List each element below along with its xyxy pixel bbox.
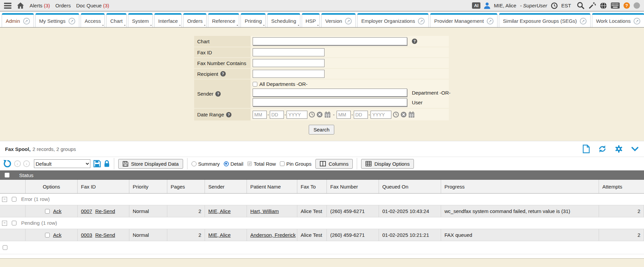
clock-icon[interactable] [551,2,558,9]
fax-id-link[interactable]: 0007 [81,208,92,214]
col-attempts[interactable]: Attempts [599,180,644,193]
fax-number-input[interactable] [253,59,325,67]
magic-wand-icon[interactable] [588,2,596,9]
reset-view-icon[interactable] [3,159,12,168]
footer-select-checkbox[interactable] [3,245,7,250]
user-name[interactable]: MIE, Alice [494,3,516,8]
group-select-checkbox[interactable] [12,221,16,225]
tab-scheduling[interactable]: Scheduling [267,13,300,27]
prev-view-icon[interactable]: ‹ [14,160,21,167]
settings-gear-icon[interactable] [615,145,623,153]
date-to-month-input[interactable] [337,111,351,119]
fax-id-link[interactable]: 0003 [81,232,92,238]
total-row-checkbox[interactable]: ✓Total Row [247,161,276,167]
tab-chart[interactable]: Chart [106,13,127,27]
ack-link[interactable]: Ack [53,208,61,214]
date-to-day-input[interactable] [354,111,368,119]
date-from-calendar-icon[interactable] [324,111,331,118]
fax-id-input[interactable] [253,48,325,56]
external-link-icon[interactable]: ↗ [345,18,352,24]
col-options[interactable]: Options [26,180,78,193]
recipient-input[interactable] [253,70,325,78]
sender-help-icon[interactable]: ? [215,91,221,97]
home-icon[interactable] [17,2,24,9]
resend-link[interactable]: Re-Send [95,232,115,238]
columns-button[interactable]: Columns [315,159,353,169]
avatar[interactable] [634,2,640,9]
external-link-icon[interactable]: ↗ [634,18,640,24]
tab-system[interactable]: System [128,13,153,27]
collapse-section-icon[interactable] [631,147,639,152]
nav-alerts[interactable]: Alerts (3) [30,3,50,8]
col-fax-to[interactable]: Fax To [297,180,327,193]
date-to-clear-icon[interactable] [400,111,407,118]
date-from-time-icon[interactable] [309,111,315,118]
save-view-icon[interactable] [93,160,101,167]
tab-provider-management[interactable]: Provider Management↗ [430,13,498,27]
tab-my-settings[interactable]: My Settings↗ [35,13,79,27]
search-icon[interactable] [577,2,585,9]
col-fax-number[interactable]: Fax Number [327,180,379,193]
date-to-calendar-icon[interactable] [408,111,415,118]
ai-badge[interactable]: AI [472,2,480,9]
detail-radio[interactable]: Detail [224,161,243,167]
date-range-help-icon[interactable]: ? [226,112,231,117]
ack-link[interactable]: Ack [53,232,61,238]
col-fax-id[interactable]: Fax ID [78,180,129,193]
date-to-time-icon[interactable] [393,111,399,118]
sender-user-input[interactable] [253,98,407,106]
tab-interface[interactable]: Interface [154,13,182,27]
date-to-year-input[interactable] [371,111,391,119]
menu-icon[interactable] [4,3,11,9]
patient-link[interactable]: Anderson, Frederick [250,232,296,238]
lock-view-icon[interactable] [104,160,110,167]
patient-link[interactable]: Hart, William [250,208,279,214]
tab-access[interactable]: Access [81,13,105,27]
chart-help-icon[interactable]: ? [412,39,417,44]
chart-input[interactable] [253,37,407,45]
tab-admin[interactable]: Admin↗ [2,13,34,27]
store-displayed-data-button[interactable]: Store Displayed Data [118,159,183,169]
nav-orders[interactable]: Orders [55,3,71,8]
display-options-button[interactable]: Display Options [361,159,414,169]
tab-version[interactable]: Version↗ [321,13,356,27]
date-from-clear-icon[interactable] [316,111,323,118]
tab-hsp[interactable]: HSP [302,13,320,27]
date-from-day-input[interactable] [270,111,284,119]
external-link-icon[interactable]: ↗ [23,18,30,24]
select-all-checkbox[interactable] [5,173,9,177]
external-link-icon[interactable]: ↗ [580,18,587,24]
row-select-checkbox[interactable] [45,233,50,237]
col-sender[interactable]: Sender [205,180,247,193]
sender-department-input[interactable] [253,89,407,97]
search-button[interactable]: Search [309,125,334,135]
tab-printing[interactable]: Printing [241,13,266,27]
help-icon[interactable]: ? [624,2,630,9]
col-progress[interactable]: Progress [441,180,599,193]
col-patient-name[interactable]: Patient Name [247,180,297,193]
collapse-group-icon[interactable]: − [2,221,7,226]
refresh-icon[interactable] [598,145,607,153]
tab-work-locations[interactable]: Work Locations↗ [592,13,644,27]
group-select-checkbox[interactable] [12,197,16,202]
external-link-icon[interactable]: ↗ [418,18,425,24]
resend-link[interactable]: Re-Send [95,208,115,214]
summary-radio[interactable]: Summary [191,161,220,167]
external-link-icon[interactable]: ↗ [487,18,493,24]
external-link-icon[interactable]: ↗ [69,18,75,24]
tab-similar-exposure-groups[interactable]: Similar Exposure Groups (SEGs)↗ [499,13,591,27]
col-pages[interactable]: Pages [167,180,205,193]
row-select-checkbox[interactable] [45,209,50,214]
view-select[interactable]: Default [34,159,90,168]
col-priority[interactable]: Priority [129,180,167,193]
tab-orders[interactable]: Orders [183,13,207,27]
pin-groups-checkbox[interactable]: Pin Groups [280,161,311,167]
tab-reference[interactable]: Reference [208,13,239,27]
date-from-month-input[interactable] [253,111,267,119]
sender-link[interactable]: MIE, Alice [208,232,231,238]
nav-doc-queue[interactable]: Doc Queue (3) [76,3,109,8]
next-view-icon[interactable]: › [23,160,30,167]
all-departments-checkbox[interactable] [253,82,257,87]
collapse-group-icon[interactable]: − [2,197,7,202]
globe-icon[interactable] [600,2,607,9]
